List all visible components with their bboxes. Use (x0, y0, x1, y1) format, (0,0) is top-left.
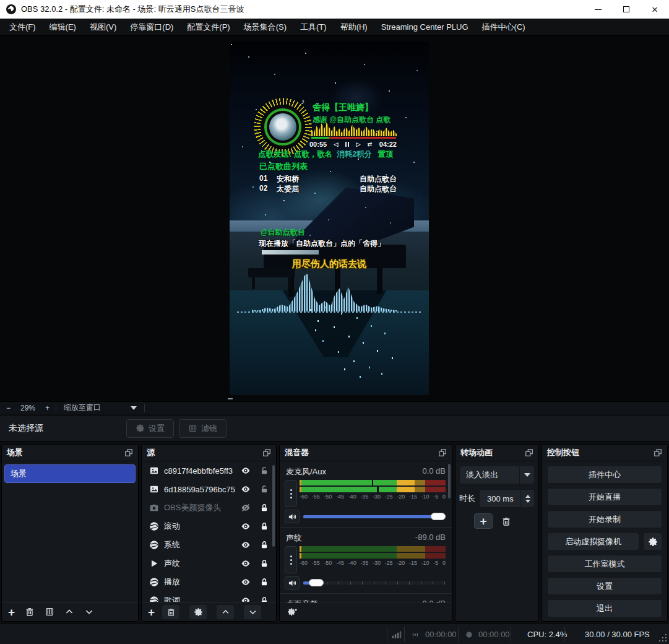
menu-item-profile[interactable]: 配置文件(P) (180, 19, 236, 36)
add-transition-button[interactable]: + (474, 513, 493, 529)
start-recording-button[interactable]: 开始录制 (547, 510, 662, 528)
zoom-fit-dropdown[interactable]: 缩放至窗口 (56, 402, 144, 413)
controls-panel: 控制按钮 插件中心 开始直播 开始录制 启动虚拟摄像机 工作室模式 设置 退出 (542, 444, 668, 622)
source-row[interactable]: OBS美颜摄像头 (142, 498, 276, 517)
eye-slash-icon[interactable] (240, 503, 251, 513)
menu-item-file[interactable]: 文件(F) (2, 19, 43, 36)
remove-transition-button[interactable] (501, 516, 511, 526)
menu-item-streaming-center[interactable]: Streaming Center PLUG (374, 19, 475, 36)
transition-select[interactable]: 淡入淡出 (459, 466, 535, 484)
source-filters-button[interactable]: 滤镜 (179, 419, 227, 438)
eye-icon[interactable] (240, 521, 251, 531)
mute-button[interactable] (285, 576, 300, 590)
tick-label: -60 (300, 494, 308, 500)
mixer-scrollbar[interactable] (448, 464, 451, 498)
browser-icon (149, 540, 159, 550)
zoom-in-button[interactable]: + (39, 404, 56, 412)
studio-mode-button[interactable]: 工作室模式 (547, 555, 662, 573)
spinner-arrows[interactable] (520, 490, 534, 507)
lock-closed-icon[interactable] (260, 521, 269, 531)
scene-filters-button[interactable] (45, 607, 54, 617)
controls-body: 插件中心 开始直播 开始录制 启动虚拟摄像机 工作室模式 设置 退出 (542, 461, 667, 622)
popout-icon[interactable] (124, 448, 133, 457)
resize-grip[interactable] (665, 640, 667, 642)
mixer-toolbar (280, 603, 452, 621)
popout-icon[interactable] (262, 448, 271, 457)
menu-item-docks[interactable]: 停靠窗口(D) (123, 19, 180, 36)
source-row[interactable]: 滚动 (142, 517, 276, 536)
menu-item-tools[interactable]: 工具(T) (293, 19, 334, 36)
mute-button[interactable] (285, 510, 300, 523)
menu-item-edit[interactable]: 编辑(E) (43, 19, 83, 36)
eye-icon[interactable] (240, 577, 251, 587)
virtual-camera-settings-button[interactable] (643, 533, 662, 550)
move-source-up-button[interactable] (217, 605, 234, 619)
remove-source-button[interactable] (162, 605, 179, 619)
sources-scrollbar[interactable] (272, 465, 275, 547)
move-scene-down-button[interactable] (84, 607, 94, 617)
popout-icon[interactable] (654, 448, 662, 457)
source-row[interactable]: 系统 (142, 536, 276, 554)
move-scene-up-button[interactable] (64, 607, 74, 617)
source-row[interactable]: 声纹 (142, 554, 276, 573)
window-title: OBS 32.0.2 - 配置文件: 未命名 - 场景: 听云通用S点歌台三音波 (21, 4, 244, 15)
lock-closed-icon[interactable] (260, 503, 269, 513)
advanced-audio-button[interactable] (287, 607, 298, 617)
video-frame[interactable]: ♪ 舍得【王唯旖】 感谢 @自助点歌台 点歌 00:55 ◁ ▷ ⇄ 04:22… (230, 41, 429, 395)
tick-label: -15 (409, 560, 417, 566)
preview-canvas[interactable]: ♪ 舍得【王唯旖】 感谢 @自助点歌台 点歌 00:55 ◁ ▷ ⇄ 04:22… (0, 36, 669, 401)
start-virtual-camera-button[interactable]: 启动虚拟摄像机 (547, 533, 639, 550)
eye-icon[interactable] (240, 540, 251, 550)
window-buttons: × (584, 0, 669, 19)
scenes-toolbar: + (2, 602, 138, 621)
titlebar: OBS 32.0.2 - 配置文件: 未命名 - 场景: 听云通用S点歌台三音波… (0, 0, 669, 19)
move-source-down-button[interactable] (244, 605, 261, 619)
eye-icon[interactable] (240, 484, 251, 494)
popout-icon[interactable] (438, 448, 447, 457)
menu-item-plugin-center[interactable]: 插件中心(C) (475, 19, 532, 36)
tick-label: -5 (433, 560, 438, 566)
channel-options-button[interactable] (285, 480, 297, 507)
obs-logo-icon (6, 4, 16, 14)
preview-hscroll-thumb[interactable] (228, 398, 233, 399)
popout-icon[interactable] (525, 448, 533, 457)
source-row[interactable]: 6d18859a5796bc75 (142, 480, 276, 498)
eye-icon[interactable] (240, 559, 251, 568)
exit-button[interactable]: 退出 (547, 599, 662, 617)
plugin-center-button[interactable]: 插件中心 (547, 466, 662, 484)
lock-open-icon[interactable] (260, 484, 269, 494)
statusbar: 00:00:00 00:00:00 CPU: 2.4% 30.00 / 30.0… (0, 624, 669, 644)
duration-spinner[interactable]: 300 ms (479, 489, 535, 508)
settings-button[interactable]: 设置 (547, 577, 662, 595)
start-streaming-button[interactable]: 开始直播 (547, 488, 662, 506)
source-properties-button[interactable]: 设置 (126, 419, 174, 438)
zoom-out-button[interactable]: − (0, 404, 17, 412)
source-row[interactable]: c8917f4ebbfbfe5ff3 (142, 461, 276, 480)
chevron-down-icon (524, 473, 530, 477)
minimize-button[interactable] (584, 0, 612, 19)
lock-closed-icon[interactable] (260, 559, 269, 568)
add-source-button[interactable]: + (148, 606, 155, 618)
lock-open-icon[interactable] (260, 466, 269, 476)
source-properties-button[interactable] (189, 605, 207, 619)
order-hint-overlay: 点歌发送: 点歌，歌名消耗2积分置顶 (258, 149, 393, 160)
close-button[interactable]: × (641, 0, 669, 19)
sources-title: 源 (147, 447, 155, 458)
scene-list-item-selected[interactable]: 场景 (4, 464, 136, 483)
source-row[interactable]: 播放 (142, 573, 276, 591)
volume-slider[interactable] (303, 578, 446, 587)
lock-closed-icon[interactable] (260, 540, 269, 550)
eye-icon[interactable] (240, 466, 251, 476)
menu-item-help[interactable]: 帮助(H) (334, 19, 374, 36)
menu-item-view[interactable]: 视图(V) (83, 19, 123, 36)
menu-item-scene-collection[interactable]: 场景集合(S) (237, 19, 293, 36)
add-scene-button[interactable]: + (8, 606, 15, 618)
broadcast-icon (410, 630, 420, 639)
slider-handle[interactable] (431, 513, 446, 520)
slider-handle[interactable] (309, 579, 324, 586)
lock-closed-icon[interactable] (260, 577, 269, 587)
remove-scene-button[interactable] (25, 607, 35, 617)
maximize-button[interactable] (612, 0, 641, 19)
channel-options-button[interactable] (285, 546, 297, 573)
volume-slider[interactable] (303, 512, 446, 521)
